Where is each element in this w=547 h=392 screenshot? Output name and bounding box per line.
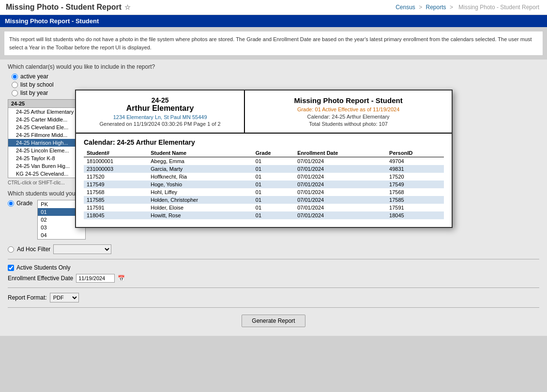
preview-report-calendar: Calendar: 24-25 Arthur Elementary [253, 114, 444, 120]
table-cell: 01 [253, 196, 294, 204]
col-student-name: Student Name [148, 149, 253, 157]
generate-report-button[interactable]: Generate Report [242, 315, 305, 327]
table-cell: Howitt, Rose [148, 211, 253, 219]
table-cell: 01 [253, 204, 294, 211]
active-students-row: Active Students Only [8, 264, 539, 271]
grade-list-item[interactable]: 04 [38, 231, 85, 239]
table-cell: 181000001 [84, 157, 148, 166]
table-row: 117568Hohl, Liffey0107/01/202417568 [84, 188, 444, 196]
table-cell: 07/01/2024 [294, 181, 386, 188]
table-cell: 01 [253, 211, 294, 219]
col-enrollment-date: Enrollment Date [294, 149, 386, 157]
report-format-row: Report Format: PDF CSV HTML [8, 293, 539, 302]
preview-school-name: Arthur Elementary [84, 104, 236, 113]
radio-list-year-input[interactable] [12, 90, 18, 96]
table-cell: 07/01/2024 [294, 211, 386, 219]
breadcrumb-sep1: > [419, 4, 424, 11]
table-cell: 49831 [386, 165, 444, 173]
table-cell: 17591 [386, 204, 444, 211]
table-cell: 01 [253, 173, 294, 181]
enrollment-date-input[interactable] [76, 274, 115, 283]
table-cell: Hohl, Liffey [148, 188, 253, 196]
table-cell: 01 [253, 157, 294, 166]
radio-active-year[interactable]: active year [12, 73, 539, 80]
active-students-checkbox[interactable] [8, 265, 14, 271]
table-cell: 231000003 [84, 165, 148, 173]
table-cell: 07/01/2024 [294, 173, 386, 181]
breadcrumb-census[interactable]: Census [395, 4, 415, 11]
breadcrumb-current: Missing Photo - Student Report [458, 4, 539, 11]
top-bar: Missing Photo - Student Report ☆ Census … [0, 0, 547, 15]
preview-report-total: Total Students without photo: 107 [253, 121, 444, 127]
section-header: Missing Photo Report - Student [0, 15, 547, 27]
divider3 [8, 307, 539, 308]
active-students-label: Active Students Only [16, 264, 70, 271]
table-cell: Holder, Eloise [148, 204, 253, 211]
table-row: 118045Howitt, Rose0107/01/202418045 [84, 211, 444, 219]
radio-adhoc-input[interactable] [8, 246, 14, 253]
table-cell: 01 [253, 181, 294, 188]
table-cell: 07/01/2024 [294, 188, 386, 196]
table-cell: Hoge, Yoshio [148, 181, 253, 188]
table-cell: 07/01/2024 [294, 204, 386, 211]
preview-generated: Generated on 11/19/2024 03:30:26 PM Page… [84, 121, 236, 127]
breadcrumb-sep2: > [450, 4, 455, 11]
radio-list-school-input[interactable] [12, 82, 18, 88]
preview-report-info: Missing Photo Report - Student Grade: 01… [245, 90, 452, 133]
page-title-area: Missing Photo - Student Report ☆ [6, 3, 131, 12]
col-student-num: Student# [84, 149, 148, 157]
enrollment-date-label: Enrollment Effective Date [8, 275, 73, 282]
table-cell: 117549 [84, 181, 148, 188]
divider2 [8, 287, 539, 288]
radio-grade[interactable]: Grade [8, 200, 32, 207]
col-person-id: PersonID [386, 149, 444, 157]
radio-list-school-label: list by school [20, 81, 54, 88]
table-cell: 01 [253, 165, 294, 173]
radio-list-school[interactable]: list by school [12, 81, 539, 88]
page-title: Missing Photo - Student Report [6, 3, 122, 12]
preview-report-title: Missing Photo Report - Student [253, 96, 444, 105]
report-format-label: Report Format: [8, 294, 47, 301]
adhoc-select[interactable] [53, 244, 111, 254]
table-row: 117585Holden, Christopher0107/01/2024175… [84, 196, 444, 204]
table-cell: Garcia, Marty [148, 165, 253, 173]
radio-adhoc-label: Ad Hoc Filter [17, 246, 50, 253]
table-cell: 07/01/2024 [294, 165, 386, 173]
preview-header: 24-25 Arthur Elementary 1234 Elementary … [76, 90, 452, 134]
preview-body: Calendar: 24-25 Arthur Elementary Studen… [76, 134, 452, 227]
table-cell: 117568 [84, 188, 148, 196]
table-cell: 118045 [84, 211, 148, 219]
report-format-select[interactable]: PDF CSV HTML [50, 293, 79, 302]
description-box: This report will list students who do no… [4, 31, 543, 56]
preview-table: Student# Student Name Grade Enrollment D… [84, 149, 444, 219]
adhoc-filter-row: Ad Hoc Filter [8, 244, 539, 254]
radio-active-year-input[interactable] [12, 74, 18, 80]
calendar-icon[interactable]: 📅 [118, 275, 125, 282]
table-cell: 17520 [386, 173, 444, 181]
table-cell: 18045 [386, 211, 444, 219]
preview-school-info: 24-25 Arthur Elementary 1234 Elementary … [76, 90, 245, 133]
table-row: 117520Hoffknecht, Ria0107/01/202417520 [84, 173, 444, 181]
breadcrumb: Census > Reports > Missing Photo - Stude… [395, 4, 541, 11]
table-cell: 07/01/2024 [294, 157, 386, 166]
table-row: 117549Hoge, Yoshio0107/01/202417549 [84, 181, 444, 188]
table-cell: 07/01/2024 [294, 196, 386, 204]
radio-grade-input[interactable] [8, 200, 14, 207]
table-cell: 17568 [386, 188, 444, 196]
calendar-question: Which calendar(s) would you like to incl… [8, 63, 539, 70]
divider1 [8, 259, 539, 259]
preview-table-head: Student# Student Name Grade Enrollment D… [84, 149, 444, 157]
description-text: This report will list students who do no… [9, 36, 532, 50]
table-cell: 01 [253, 188, 294, 196]
preview-school-address: 1234 Elementary Ln, St Paul MN 55449 [84, 114, 236, 120]
table-cell: 117591 [84, 204, 148, 211]
breadcrumb-reports[interactable]: Reports [426, 4, 446, 11]
table-cell: Abegg, Emma [148, 157, 253, 166]
table-cell: Hoffknecht, Ria [148, 173, 253, 181]
star-icon[interactable]: ☆ [124, 3, 131, 11]
preview-table-header-row: Student# Student Name Grade Enrollment D… [84, 149, 444, 157]
radio-active-year-label: active year [20, 73, 48, 80]
table-cell: Holden, Christopher [148, 196, 253, 204]
col-grade: Grade [253, 149, 294, 157]
table-cell: 117520 [84, 173, 148, 181]
